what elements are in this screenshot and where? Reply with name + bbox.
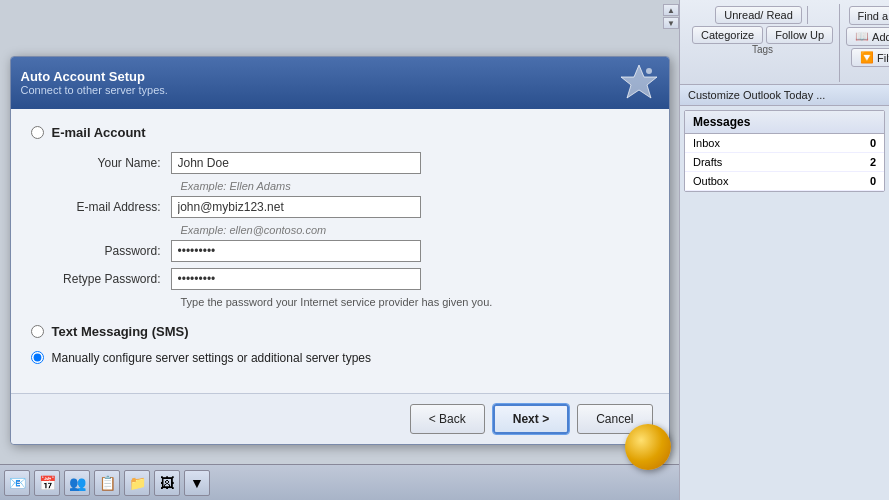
sms-label: Text Messaging (SMS) [52, 324, 189, 339]
messages-header: Messages [685, 111, 884, 134]
message-label: Inbox [685, 134, 824, 153]
email-account-label: E-mail Account [52, 125, 146, 140]
next-button[interactable]: Next > [493, 404, 569, 434]
email-account-option[interactable]: E-mail Account [31, 125, 649, 140]
retype-password-row: Retype Password: [51, 268, 649, 290]
taskbar: 📧 📅 👥 📋 📁 🖼 ▼ [0, 464, 679, 500]
name-label: Your Name: [51, 156, 171, 170]
ribbon-tags-buttons: Unread/ Read [715, 6, 810, 24]
taskbar-icon-tasks[interactable]: 📋 [94, 470, 120, 496]
wizard-icon [619, 63, 659, 103]
svg-point-1 [646, 68, 652, 74]
sms-radio[interactable] [31, 325, 44, 338]
taskbar-icon-contacts[interactable]: 👥 [64, 470, 90, 496]
right-panel: Unread/ Read Categorize Follow Up Tags F… [679, 0, 889, 500]
password-note: Type the password your Internet service … [181, 296, 649, 308]
find-contact-button[interactable]: Find a Contact ▾ [849, 6, 889, 25]
dialog-subtitle: Connect to other server types. [21, 84, 168, 96]
outlook-today-bar[interactable]: Customize Outlook Today ... [680, 85, 889, 106]
ribbon-divider-1 [807, 6, 808, 24]
dialog-footer: < Back Next > Cancel [11, 393, 669, 444]
ribbon-area: Unread/ Read Categorize Follow Up Tags F… [680, 0, 889, 85]
ribbon-tags-row2: Categorize Follow Up [692, 26, 833, 44]
filter-email-icon: 🔽 [860, 51, 874, 64]
dialog-title-text: Auto Account Setup Connect to other serv… [21, 69, 168, 96]
auto-account-setup-dialog: Auto Account Setup Connect to other serv… [10, 56, 670, 445]
retype-password-label: Retype Password: [51, 272, 171, 286]
follow-up-button[interactable]: Follow Up [766, 26, 833, 44]
manual-config-radio[interactable] [31, 351, 44, 364]
taskbar-icon-email[interactable]: 📧 [4, 470, 30, 496]
ribbon-tags-section: Unread/ Read Categorize Follow Up Tags [686, 4, 840, 82]
gold-circle-decoration [625, 424, 671, 470]
manual-config-label: Manually configure server settings or ad… [52, 351, 372, 365]
find-contact-label: Find a Contact [858, 10, 889, 22]
name-example: Example: Ellen Adams [181, 180, 649, 192]
ribbon-columns: Unread/ Read Categorize Follow Up Tags F… [686, 4, 883, 82]
password-row: Password: [51, 240, 649, 262]
name-input[interactable] [171, 152, 421, 174]
email-form-section: Your Name: Example: Ellen Adams E-mail A… [51, 152, 649, 308]
scroll-up-arrow[interactable]: ▲ [663, 4, 679, 16]
messages-table: Inbox 0 Drafts 2 Outbox 0 [685, 134, 884, 191]
password-input[interactable] [171, 240, 421, 262]
email-example: Example: ellen@contoso.com [181, 224, 649, 236]
messages-section: Messages Inbox 0 Drafts 2 Outbox 0 [684, 110, 885, 192]
taskbar-icon-calendar[interactable]: 📅 [34, 470, 60, 496]
back-button[interactable]: < Back [410, 404, 485, 434]
message-label: Drafts [685, 153, 824, 172]
dialog-body: E-mail Account Your Name: Example: Ellen… [11, 109, 669, 393]
taskbar-icon-image[interactable]: 🖼 [154, 470, 180, 496]
message-row[interactable]: Inbox 0 [685, 134, 884, 153]
ribbon-row-1: Unread/ Read Categorize Follow Up Tags F… [686, 4, 883, 82]
address-book-button[interactable]: 📖 Address Book [846, 27, 889, 46]
ribbon-find-section: Find a Contact ▾ 📖 Address Book 🔽 Filter… [840, 4, 889, 82]
email-input[interactable] [171, 196, 421, 218]
tags-label: Tags [752, 44, 773, 57]
message-label: Outbox [685, 172, 824, 191]
message-count: 2 [824, 153, 884, 172]
scroll-down-arrow[interactable]: ▼ [663, 17, 679, 29]
email-account-radio[interactable] [31, 126, 44, 139]
password-label: Password: [51, 244, 171, 258]
retype-password-input[interactable] [171, 268, 421, 290]
unread-read-button[interactable]: Unread/ Read [715, 6, 802, 24]
address-book-icon: 📖 [855, 30, 869, 43]
email-label: E-mail Address: [51, 200, 171, 214]
filter-email-label: Filter E-mail [877, 52, 889, 64]
address-book-label: Address Book [872, 31, 889, 43]
dialog-titlebar: Auto Account Setup Connect to other serv… [11, 57, 669, 109]
name-row: Your Name: [51, 152, 649, 174]
taskbar-icon-folder[interactable]: 📁 [124, 470, 150, 496]
email-row: E-mail Address: [51, 196, 649, 218]
message-count: 0 [824, 134, 884, 153]
dialog-title: Auto Account Setup [21, 69, 168, 84]
main-area: Auto Account Setup Connect to other serv… [0, 0, 679, 500]
filter-email-button[interactable]: 🔽 Filter E-mail [851, 48, 889, 67]
message-row[interactable]: Outbox 0 [685, 172, 884, 191]
message-row[interactable]: Drafts 2 [685, 153, 884, 172]
categorize-button[interactable]: Categorize [692, 26, 763, 44]
sms-option[interactable]: Text Messaging (SMS) [31, 324, 649, 339]
manual-config-option[interactable]: Manually configure server settings or ad… [31, 351, 649, 365]
taskbar-icon-dropdown[interactable]: ▼ [184, 470, 210, 496]
message-count: 0 [824, 172, 884, 191]
scroll-arrows: ▲ ▼ [663, 4, 679, 29]
